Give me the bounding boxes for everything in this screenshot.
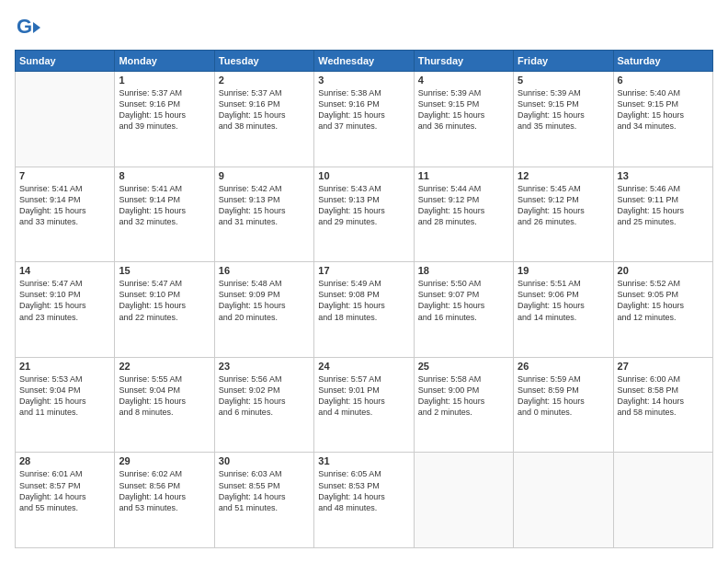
day-number: 20 xyxy=(618,265,709,276)
day-number: 8 xyxy=(119,170,210,181)
calendar-header-monday: Monday xyxy=(115,51,214,72)
day-number: 26 xyxy=(518,361,609,372)
calendar-header-sunday: Sunday xyxy=(16,51,115,72)
calendar-cell xyxy=(613,453,712,548)
header: G xyxy=(15,15,713,40)
day-number: 28 xyxy=(19,455,110,466)
calendar-cell: 13Sunrise: 5:46 AM Sunset: 9:11 PM Dayli… xyxy=(613,167,712,262)
calendar-week-row-2: 14Sunrise: 5:47 AM Sunset: 9:10 PM Dayli… xyxy=(16,262,713,358)
day-number: 27 xyxy=(618,361,709,372)
cell-content: Sunrise: 5:46 AM Sunset: 9:11 PM Dayligh… xyxy=(618,183,709,228)
calendar-cell: 19Sunrise: 5:51 AM Sunset: 9:06 PM Dayli… xyxy=(514,262,613,358)
calendar-header-friday: Friday xyxy=(514,51,613,72)
cell-content: Sunrise: 5:41 AM Sunset: 9:14 PM Dayligh… xyxy=(19,183,110,228)
day-number: 14 xyxy=(19,265,110,276)
calendar-cell: 11Sunrise: 5:44 AM Sunset: 9:12 PM Dayli… xyxy=(414,167,513,262)
day-number: 25 xyxy=(418,361,509,372)
calendar-week-row-1: 7Sunrise: 5:41 AM Sunset: 9:14 PM Daylig… xyxy=(16,167,713,262)
day-number: 1 xyxy=(119,75,210,86)
calendar-cell xyxy=(414,453,513,548)
cell-content: Sunrise: 5:49 AM Sunset: 9:08 PM Dayligh… xyxy=(318,278,409,323)
calendar-cell: 27Sunrise: 6:00 AM Sunset: 8:58 PM Dayli… xyxy=(613,357,712,453)
calendar-cell: 9Sunrise: 5:42 AM Sunset: 9:13 PM Daylig… xyxy=(214,167,313,262)
cell-content: Sunrise: 5:47 AM Sunset: 9:10 PM Dayligh… xyxy=(119,278,210,323)
cell-content: Sunrise: 6:05 AM Sunset: 8:53 PM Dayligh… xyxy=(318,468,409,513)
cell-content: Sunrise: 6:03 AM Sunset: 8:55 PM Dayligh… xyxy=(219,468,310,513)
day-number: 24 xyxy=(318,361,409,372)
day-number: 10 xyxy=(318,170,409,181)
calendar-cell: 5Sunrise: 5:39 AM Sunset: 9:15 PM Daylig… xyxy=(514,72,613,167)
calendar-header-wednesday: Wednesday xyxy=(314,51,414,72)
day-number: 23 xyxy=(219,361,310,372)
day-number: 17 xyxy=(318,265,409,276)
day-number: 22 xyxy=(119,361,210,372)
calendar-cell: 2Sunrise: 5:37 AM Sunset: 9:16 PM Daylig… xyxy=(214,72,313,167)
calendar-cell: 6Sunrise: 5:40 AM Sunset: 9:15 PM Daylig… xyxy=(613,72,712,167)
cell-content: Sunrise: 5:56 AM Sunset: 9:02 PM Dayligh… xyxy=(219,373,310,419)
cell-content: Sunrise: 5:45 AM Sunset: 9:12 PM Dayligh… xyxy=(518,183,609,228)
calendar-week-row-3: 21Sunrise: 5:53 AM Sunset: 9:04 PM Dayli… xyxy=(16,357,713,453)
calendar-week-row-0: 1Sunrise: 5:37 AM Sunset: 9:16 PM Daylig… xyxy=(16,72,713,167)
calendar-cell: 31Sunrise: 6:05 AM Sunset: 8:53 PM Dayli… xyxy=(314,453,414,548)
day-number: 9 xyxy=(219,170,310,181)
day-number: 21 xyxy=(19,361,110,372)
day-number: 7 xyxy=(19,170,110,181)
calendar-cell: 16Sunrise: 5:48 AM Sunset: 9:09 PM Dayli… xyxy=(214,262,313,358)
calendar-cell: 3Sunrise: 5:38 AM Sunset: 9:16 PM Daylig… xyxy=(314,72,414,167)
svg-text:G: G xyxy=(17,15,32,38)
cell-content: Sunrise: 5:39 AM Sunset: 9:15 PM Dayligh… xyxy=(518,87,609,132)
day-number: 29 xyxy=(119,455,210,466)
day-number: 19 xyxy=(518,265,609,276)
day-number: 31 xyxy=(318,455,409,466)
day-number: 4 xyxy=(418,75,509,86)
cell-content: Sunrise: 6:00 AM Sunset: 8:58 PM Dayligh… xyxy=(618,373,709,419)
calendar-cell: 4Sunrise: 5:39 AM Sunset: 9:15 PM Daylig… xyxy=(414,72,513,167)
cell-content: Sunrise: 5:41 AM Sunset: 9:14 PM Dayligh… xyxy=(119,183,210,228)
cell-content: Sunrise: 5:58 AM Sunset: 9:00 PM Dayligh… xyxy=(418,373,509,419)
day-number: 11 xyxy=(418,170,509,181)
calendar-cell xyxy=(16,72,115,167)
calendar-cell: 24Sunrise: 5:57 AM Sunset: 9:01 PM Dayli… xyxy=(314,357,414,453)
cell-content: Sunrise: 5:42 AM Sunset: 9:13 PM Dayligh… xyxy=(219,183,310,228)
day-number: 30 xyxy=(219,455,310,466)
calendar-header-thursday: Thursday xyxy=(414,51,513,72)
day-number: 13 xyxy=(618,170,709,181)
cell-content: Sunrise: 5:43 AM Sunset: 9:13 PM Dayligh… xyxy=(318,183,409,228)
cell-content: Sunrise: 5:57 AM Sunset: 9:01 PM Dayligh… xyxy=(318,373,409,419)
calendar-header-row: SundayMondayTuesdayWednesdayThursdayFrid… xyxy=(16,51,713,72)
calendar-cell: 22Sunrise: 5:55 AM Sunset: 9:04 PM Dayli… xyxy=(115,357,214,453)
calendar-cell: 29Sunrise: 6:02 AM Sunset: 8:56 PM Dayli… xyxy=(115,453,214,548)
calendar-cell: 23Sunrise: 5:56 AM Sunset: 9:02 PM Dayli… xyxy=(214,357,313,453)
calendar-cell: 14Sunrise: 5:47 AM Sunset: 9:10 PM Dayli… xyxy=(16,262,115,358)
calendar-cell: 20Sunrise: 5:52 AM Sunset: 9:05 PM Dayli… xyxy=(613,262,712,358)
calendar-cell: 21Sunrise: 5:53 AM Sunset: 9:04 PM Dayli… xyxy=(16,357,115,453)
calendar-cell: 8Sunrise: 5:41 AM Sunset: 9:14 PM Daylig… xyxy=(115,167,214,262)
calendar-cell: 28Sunrise: 6:01 AM Sunset: 8:57 PM Dayli… xyxy=(16,453,115,548)
calendar-cell: 10Sunrise: 5:43 AM Sunset: 9:13 PM Dayli… xyxy=(314,167,414,262)
cell-content: Sunrise: 5:38 AM Sunset: 9:16 PM Dayligh… xyxy=(318,87,409,132)
calendar-cell: 7Sunrise: 5:41 AM Sunset: 9:14 PM Daylig… xyxy=(16,167,115,262)
cell-content: Sunrise: 5:53 AM Sunset: 9:04 PM Dayligh… xyxy=(19,373,110,419)
calendar-cell: 18Sunrise: 5:50 AM Sunset: 9:07 PM Dayli… xyxy=(414,262,513,358)
calendar-header-tuesday: Tuesday xyxy=(214,51,313,72)
cell-content: Sunrise: 5:59 AM Sunset: 8:59 PM Dayligh… xyxy=(518,373,609,419)
cell-content: Sunrise: 5:37 AM Sunset: 9:16 PM Dayligh… xyxy=(219,87,310,132)
day-number: 15 xyxy=(119,265,210,276)
day-number: 2 xyxy=(219,75,310,86)
cell-content: Sunrise: 5:39 AM Sunset: 9:15 PM Dayligh… xyxy=(418,87,509,132)
cell-content: Sunrise: 5:44 AM Sunset: 9:12 PM Dayligh… xyxy=(418,183,509,228)
cell-content: Sunrise: 5:52 AM Sunset: 9:05 PM Dayligh… xyxy=(618,278,709,323)
calendar-cell: 1Sunrise: 5:37 AM Sunset: 9:16 PM Daylig… xyxy=(115,72,214,167)
calendar-cell xyxy=(514,453,613,548)
day-number: 18 xyxy=(418,265,509,276)
day-number: 6 xyxy=(618,75,709,86)
calendar-cell: 15Sunrise: 5:47 AM Sunset: 9:10 PM Dayli… xyxy=(115,262,214,358)
cell-content: Sunrise: 5:48 AM Sunset: 9:09 PM Dayligh… xyxy=(219,278,310,323)
calendar-cell: 17Sunrise: 5:49 AM Sunset: 9:08 PM Dayli… xyxy=(314,262,414,358)
day-number: 5 xyxy=(518,75,609,86)
cell-content: Sunrise: 5:50 AM Sunset: 9:07 PM Dayligh… xyxy=(418,278,509,323)
calendar-cell: 12Sunrise: 5:45 AM Sunset: 9:12 PM Dayli… xyxy=(514,167,613,262)
page: G SundayMondayTuesdayWednesdayThursdayFr… xyxy=(0,0,728,563)
cell-content: Sunrise: 5:51 AM Sunset: 9:06 PM Dayligh… xyxy=(518,278,609,323)
calendar-table: SundayMondayTuesdayWednesdayThursdayFrid… xyxy=(15,50,713,548)
